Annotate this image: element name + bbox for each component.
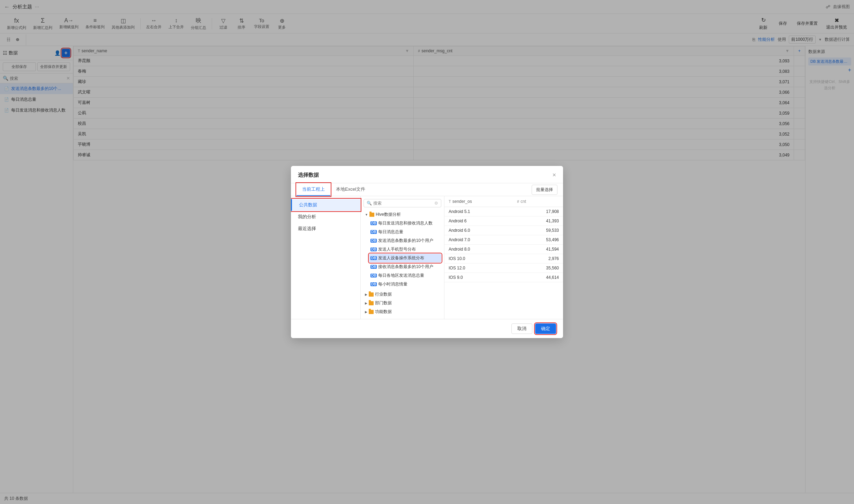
modal-middle-tree: 🔍 ⚙ ▼ Hive数据分析 DB 每日发送消息和接收消息人数 (361, 196, 444, 319)
modal-preview-row: Android 8.0 41,594 (444, 245, 563, 254)
tree-file-label-3: 发送消息条数最多的10个用户 (378, 238, 433, 244)
db-icon-6: DB (370, 265, 377, 269)
preview-col2-header: cnt (520, 199, 559, 204)
tree-folder-hive-label: Hive数据分析 (376, 212, 401, 217)
preview-col1-header: sender_os (452, 199, 514, 204)
select-data-modal: 选择数据 × 当前工程上 本地Excel文件 批量选择 公共数据 我的分析 最近… (291, 166, 563, 338)
tree-folder-dept[interactable]: ▶ 部门数据 (364, 299, 441, 307)
tree-children-hive: DB 每日发送消息和接收消息人数 DB 每日消息总量 DB 发送消息条数最多的1… (369, 219, 441, 289)
modal-col2-1: 41,393 (524, 219, 559, 223)
folder-icon-func (369, 310, 374, 314)
modal-preview-row: Android 5.1 17,908 (444, 207, 563, 216)
tree-file-label-4: 发送人手机型号分布 (378, 246, 416, 252)
modal-col2-7: 44,614 (524, 275, 559, 280)
modal-col2-6: 35,560 (524, 266, 559, 270)
tree-root: ▼ Hive数据分析 DB 每日发送消息和接收消息人数 DB 每日消息总量 (364, 210, 441, 316)
db-icon-2: DB (370, 230, 377, 234)
folder-icon-industry (369, 292, 374, 297)
db-icon-5: DB (370, 256, 377, 260)
modal-col1-2: Android 6.0 (449, 228, 524, 233)
tree-folder-dept-label: 部门数据 (375, 300, 392, 306)
modal-col1-7: IOS 9.0 (449, 275, 524, 280)
db-icon-8: DB (370, 282, 377, 286)
modal-col2-4: 41,594 (524, 247, 559, 252)
modal-preview-row: IOS 9.0 44,614 (444, 273, 563, 282)
db-icon-1: DB (370, 221, 377, 225)
batch-select-button[interactable]: 批量选择 (532, 185, 557, 195)
chevron-collapsed-icon-1: ▶ (365, 293, 367, 296)
modal-footer: 取消 确定 (291, 319, 563, 338)
modal-right-preview: T sender_os # cnt Android 5.1 17,908 And… (444, 196, 563, 319)
tree-file-label-2: 每日消息总量 (378, 229, 403, 235)
modal-tab-local-excel[interactable]: 本地Excel文件 (330, 183, 371, 196)
modal-tab-bar: 当前工程上 本地Excel文件 批量选择 (291, 183, 563, 196)
modal-preview-row: Android 6.0 59,533 (444, 226, 563, 235)
tree-folder-hive[interactable]: ▼ Hive数据分析 (364, 210, 441, 219)
db-icon-4: DB (370, 247, 377, 251)
tree-file-5[interactable]: DB 发送人设备操作系统分布 (369, 254, 441, 262)
tree-folder-func[interactable]: ▶ 功能数据 (364, 307, 441, 316)
tree-folder-industry[interactable]: ▶ 行业数据 (364, 290, 441, 299)
modal-col1-5: IOS 10.0 (449, 256, 524, 261)
modal-preview-header: T sender_os # cnt (444, 196, 563, 207)
modal-tab-current-project[interactable]: 当前工程上 (297, 183, 330, 196)
modal-search-icon: 🔍 (367, 201, 372, 206)
tree-file-label-1: 每日发送消息和接收消息人数 (378, 220, 433, 226)
db-icon-3: DB (370, 239, 377, 243)
preview-num-icon: # (517, 199, 519, 204)
modal-preview-row: Android 7.0 53,496 (444, 235, 563, 245)
modal-preview-row: Android 6 41,393 (444, 216, 563, 226)
modal-tabs: 当前工程上 本地Excel文件 (297, 183, 532, 196)
modal-cancel-button[interactable]: 取消 (511, 323, 532, 334)
modal-preview-row: IOS 10.0 2,976 (444, 254, 563, 264)
tree-file-1[interactable]: DB 每日发送消息和接收消息人数 (369, 219, 441, 228)
db-icon-7: DB (370, 274, 377, 277)
modal-search-input[interactable] (373, 201, 433, 206)
tree-file-7[interactable]: DB 每日各地区发送消息总量 (369, 271, 441, 280)
tree-folder-industry-label: 行业数据 (375, 291, 392, 297)
modal-preview-row: IOS 12.0 35,560 (444, 264, 563, 273)
chevron-collapsed-icon-2: ▶ (365, 301, 367, 305)
tree-file-4[interactable]: DB 发送人手机型号分布 (369, 245, 441, 254)
modal-nav-my-analysis[interactable]: 我的分析 (291, 211, 360, 223)
modal-col2-5: 2,976 (524, 256, 559, 261)
modal-col2-0: 17,908 (524, 209, 559, 214)
modal-search-box: 🔍 ⚙ (364, 199, 441, 207)
chevron-collapsed-icon-3: ▶ (365, 310, 367, 314)
modal-col1-6: IOS 12.0 (449, 266, 524, 270)
folder-icon-dept (369, 301, 374, 305)
tree-file-label-5: 发送人设备操作系统分布 (378, 255, 424, 261)
tree-file-2[interactable]: DB 每日消息总量 (369, 228, 441, 236)
modal-table-body: Android 5.1 17,908 Android 6 41,393 Andr… (444, 207, 563, 319)
modal-header: 选择数据 × (291, 166, 563, 183)
modal-close-button[interactable]: × (552, 171, 556, 179)
tree-file-label-6: 接收消息条数最多的10个用户 (378, 264, 433, 270)
tree-file-8[interactable]: DB 每小时消息情量 (369, 280, 441, 289)
chevron-expanded-icon: ▼ (365, 213, 368, 216)
tree-file-label-7: 每日各地区发送消息总量 (378, 273, 424, 278)
modal-body: 公共数据 我的分析 最近选择 🔍 ⚙ ▼ Hive数据分析 (291, 196, 563, 319)
folder-icon-hive (369, 213, 374, 217)
modal-col1-1: Android 6 (449, 219, 524, 223)
tree-file-label-8: 每小时消息情量 (378, 281, 407, 287)
modal-nav-public-data[interactable]: 公共数据 (291, 199, 360, 211)
modal-title: 选择数据 (298, 172, 552, 178)
modal-confirm-button[interactable]: 确定 (535, 323, 556, 334)
modal-col1-0: Android 5.1 (449, 209, 524, 214)
modal-col1-3: Android 7.0 (449, 237, 524, 242)
modal-col2-2: 59,533 (524, 228, 559, 233)
modal-nav-recent[interactable]: 最近选择 (291, 223, 360, 235)
modal-col1-4: Android 8.0 (449, 247, 524, 252)
tree-file-6[interactable]: DB 接收消息条数最多的10个用户 (369, 262, 441, 271)
preview-text-icon: T (449, 199, 451, 204)
tree-folder-func-label: 功能数据 (375, 309, 392, 315)
modal-col2-3: 53,496 (524, 237, 559, 242)
modal-left-nav: 公共数据 我的分析 最近选择 (291, 196, 361, 319)
tree-file-3[interactable]: DB 发送消息条数最多的10个用户 (369, 236, 441, 245)
modal-overlay: 选择数据 × 当前工程上 本地Excel文件 批量选择 公共数据 我的分析 最近… (0, 0, 854, 504)
modal-search-options-icon[interactable]: ⚙ (434, 201, 438, 206)
